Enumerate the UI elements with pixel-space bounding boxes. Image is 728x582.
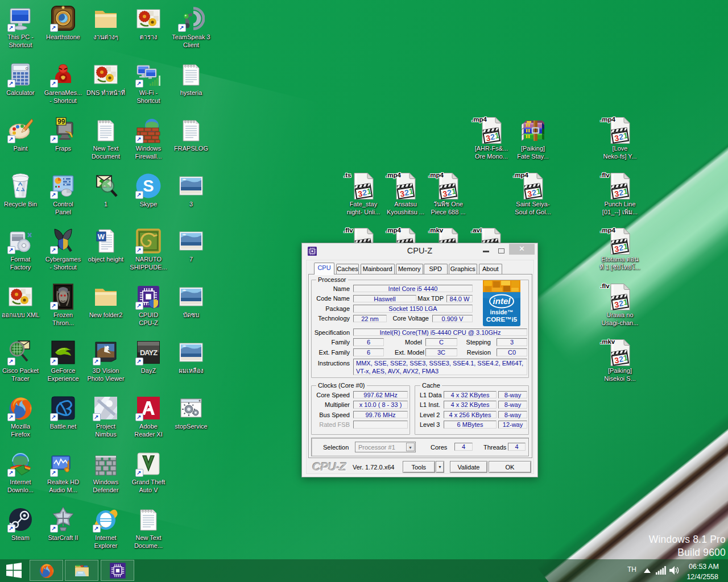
svg-text:inside™: inside™ — [490, 309, 514, 315]
svg-text:99: 99 — [57, 118, 65, 126]
svg-text:CORE™i5: CORE™i5 — [486, 316, 518, 323]
svg-text:intel: intel — [493, 296, 511, 306]
svg-text:DAYZ: DAYZ — [140, 348, 158, 357]
svg-text:W: W — [98, 232, 105, 241]
svg-text:S: S — [143, 177, 154, 195]
svg-text:0: 0 — [26, 66, 28, 71]
